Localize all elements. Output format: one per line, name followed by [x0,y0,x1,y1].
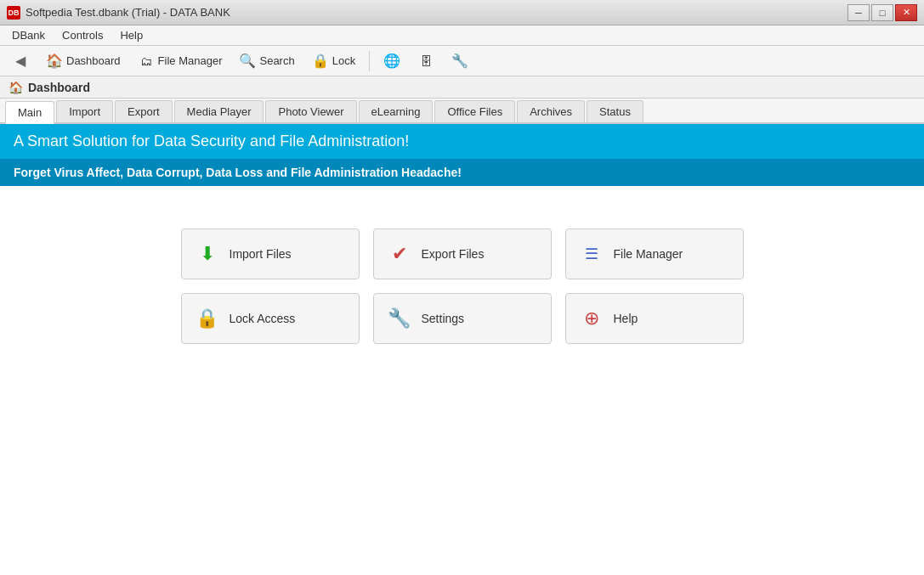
title-bar-left: DB Softpedia Test.dbank (Trial) - DATA B… [7,6,230,20]
lock-access-icon: 🔒 [196,307,219,330]
export-icon: ✔ [388,242,411,266]
title-text: Softpedia Test.dbank (Trial) - DATA BANK [26,6,230,19]
globe-icon: 🌐 [383,53,400,70]
app-icon: DB [7,6,20,20]
action-row-2: 🔒 Lock Access 🔧 Settings ⊕ Help [181,293,744,344]
file-manager-icon: 🗂 [138,53,155,70]
action-grid: ⬇ Import Files ✔ Export Files ☰ File Man… [0,186,924,386]
banner-area: A Smart Solution for Data Security and F… [0,124,924,186]
search-icon: 🔍 [239,53,256,70]
file-manager-button[interactable]: 🗂 File Manager [131,49,230,73]
tab-export[interactable]: Export [115,100,173,122]
banner-top: A Smart Solution for Data Security and F… [0,124,924,159]
tab-bar: Main Import Export Media Player Photo Vi… [0,99,924,124]
tab-main[interactable]: Main [5,101,54,124]
lock-icon: 🔒 [312,53,329,70]
wrench-button[interactable]: 🔧 [445,49,475,73]
dashboard-label: Dashboard [66,54,121,67]
main-content: A Smart Solution for Data Security and F… [0,124,924,575]
menu-dbank[interactable]: DBank [3,26,54,44]
section-title: Dashboard [28,81,90,94]
database-icon: 🗄 [417,53,434,70]
menu-help[interactable]: Help [111,26,151,44]
file-manager-action-label: File Manager [614,247,683,261]
file-manager-action-button[interactable]: ☰ File Manager [565,228,744,279]
section-header: 🏠 Dashboard [0,76,924,99]
lock-access-button[interactable]: 🔒 Lock Access [181,293,360,344]
menu-bar: DBank Controls Help [0,25,924,46]
section-icon: 🏠 [9,81,23,94]
window-controls: ─ □ ✕ [847,4,917,21]
restore-button[interactable]: □ [871,4,893,21]
tab-photo-viewer[interactable]: Photo Viewer [265,100,356,122]
tab-status[interactable]: Status [587,100,643,122]
file-manager-action-icon: ☰ [580,242,604,266]
dashboard-icon: 🏠 [46,53,63,70]
search-label: Search [259,54,294,67]
help-button[interactable]: ⊕ Help [565,293,744,344]
toolbar-separator [369,51,370,71]
close-button[interactable]: ✕ [895,4,917,21]
banner-bottom-text: Forget Virus Affect, Data Corrupt, Data … [14,166,462,179]
import-icon: ⬇ [196,242,219,266]
action-row-1: ⬇ Import Files ✔ Export Files ☰ File Man… [181,228,744,279]
search-button[interactable]: 🔍 Search [232,49,301,73]
tab-archives[interactable]: Archives [517,100,585,122]
lock-access-label: Lock Access [230,312,296,325]
tab-media-player[interactable]: Media Player [174,100,264,122]
banner-bottom: Forget Virus Affect, Data Corrupt, Data … [0,159,924,186]
settings-label: Settings [422,312,465,325]
tab-elearning[interactable]: eLearning [359,100,434,122]
help-label: Help [614,312,638,325]
title-bar: DB Softpedia Test.dbank (Trial) - DATA B… [0,0,924,25]
lock-button[interactable]: 🔒 Lock [305,49,362,73]
export-files-button[interactable]: ✔ Export Files [373,228,552,279]
settings-icon: 🔧 [388,307,411,330]
settings-button[interactable]: 🔧 Settings [373,293,552,344]
toolbar: ◀ 🏠 Dashboard 🗂 File Manager 🔍 Search 🔒 … [0,46,924,76]
file-manager-label: File Manager [158,54,223,67]
export-files-label: Export Files [422,247,485,261]
tab-office-files[interactable]: Office Files [434,100,515,122]
help-icon: ⊕ [580,307,604,330]
globe-button[interactable]: 🌐 [377,49,407,73]
back-button[interactable]: ◀ [5,49,36,73]
import-files-label: Import Files [230,247,292,261]
menu-controls[interactable]: Controls [54,26,111,44]
database-button[interactable]: 🗄 [411,49,441,73]
lock-label: Lock [332,54,355,67]
wrench-icon: 🔧 [451,53,468,70]
minimize-button[interactable]: ─ [847,4,870,21]
import-files-button[interactable]: ⬇ Import Files [181,228,360,279]
back-icon: ◀ [12,53,29,70]
tab-import[interactable]: Import [56,100,113,122]
banner-top-text: A Smart Solution for Data Security and F… [14,132,409,149]
dashboard-button[interactable]: 🏠 Dashboard [39,49,128,73]
